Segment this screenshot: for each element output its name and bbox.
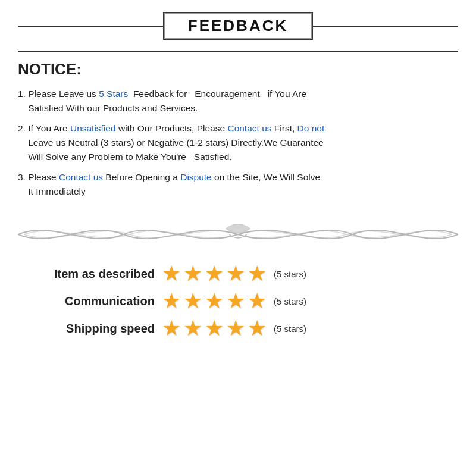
star-count-item-as-described: (5 stars) [274, 269, 306, 279]
notice-list: 1. Please Leave us 5 Stars Feedback for … [18, 87, 458, 205]
star-5: ★ [248, 318, 267, 339]
stars-communication: ★ ★ ★ ★ ★ [162, 290, 267, 312]
rating-row-item-as-described: Item as described ★ ★ ★ ★ ★ (5 stars) [30, 263, 458, 284]
notice-1-highlight-1: 5 Stars [99, 89, 128, 99]
star-1: ★ [162, 318, 181, 339]
feedback-title: FEEDBACK [163, 12, 313, 40]
rating-label-shipping-speed: Shipping speed [30, 322, 155, 336]
ratings-section: Item as described ★ ★ ★ ★ ★ (5 stars) Co… [18, 263, 458, 339]
notice-2-highlight-2: Contact us [227, 123, 271, 133]
star-3: ★ [205, 318, 224, 339]
notice-item-3: 3. Please Contact us Before Opening a Di… [18, 170, 458, 199]
notice-3-text-2: Before Opening a [103, 172, 180, 182]
star-count-shipping-speed: (5 stars) [274, 324, 306, 334]
star-4: ★ [226, 263, 245, 284]
notice-1-num: 1. [18, 89, 26, 99]
star-1: ★ [162, 290, 181, 312]
notice-2-num: 2. [18, 123, 26, 133]
notice-2-text-3: First, [272, 123, 298, 133]
page-wrapper: FEEDBACK NOTICE: 1. Please Leave us 5 St… [0, 0, 476, 476]
star-4: ★ [226, 290, 245, 312]
rating-label-communication: Communication [30, 295, 155, 308]
star-2: ★ [183, 290, 202, 312]
notice-3-highlight-1: Contact us [59, 172, 103, 182]
notice-item-2: 2. If You Are Unsatisfied with Our Produ… [18, 121, 458, 164]
notice-3-text-1: Please [28, 172, 59, 182]
rating-row-communication: Communication ★ ★ ★ ★ ★ (5 stars) [30, 290, 458, 312]
rating-label-item-as-described: Item as described [30, 267, 155, 281]
notice-3-highlight-2: Dispute [180, 172, 212, 182]
decorative-divider [18, 217, 458, 252]
header-divider [18, 51, 458, 52]
notice-3-text-4: It Immediately [18, 186, 86, 196]
star-3: ★ [205, 290, 224, 312]
star-4: ★ [226, 318, 245, 339]
star-2: ★ [183, 318, 202, 339]
notice-item-1: 1. Please Leave us 5 Stars Feedback for … [18, 87, 458, 115]
notice-2-text-4: Leave us Neutral (3 stars) or Negative (… [18, 137, 324, 148]
rating-row-shipping-speed: Shipping speed ★ ★ ★ ★ ★ (5 stars) [30, 318, 458, 339]
notice-3-num: 3. [18, 172, 26, 182]
feedback-header: FEEDBACK [18, 12, 458, 40]
notice-2-text-5: Will Solve any Problem to Make You're Sa… [18, 152, 232, 162]
notice-2-text-1: If You Are [28, 123, 70, 133]
notice-2-text-2: with Our Products, Please [116, 123, 228, 133]
star-1: ★ [162, 263, 181, 284]
star-count-communication: (5 stars) [274, 296, 306, 306]
star-2: ★ [183, 263, 202, 284]
notice-2-highlight-3: Do not [298, 123, 325, 133]
star-3: ★ [205, 263, 224, 284]
star-5: ★ [248, 290, 267, 312]
notice-1-text-1: Please Leave us [28, 89, 99, 99]
notice-title: NOTICE: [18, 60, 458, 79]
notice-2-highlight-1: Unsatisfied [70, 123, 116, 133]
stars-item-as-described: ★ ★ ★ ★ ★ [162, 263, 267, 284]
notice-3-text-3: on the Site, We Will Solve [212, 172, 320, 182]
star-5: ★ [248, 263, 267, 284]
stars-shipping-speed: ★ ★ ★ ★ ★ [162, 318, 267, 339]
